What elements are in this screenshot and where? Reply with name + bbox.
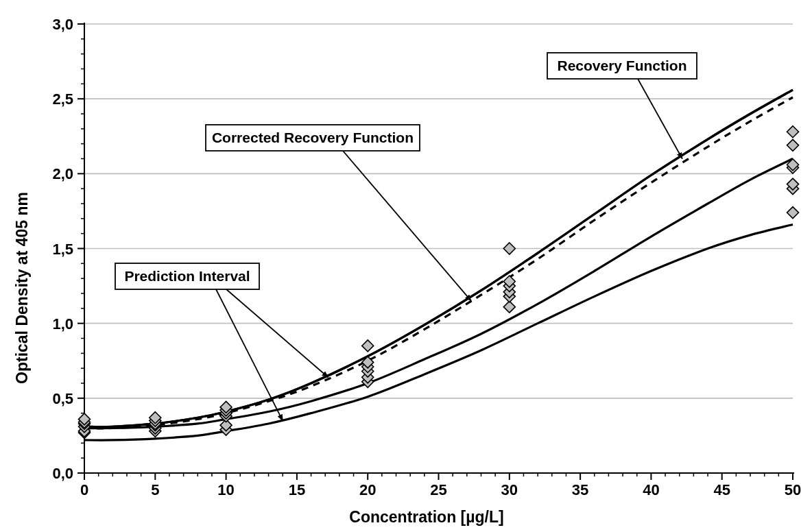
x-tick-label: 10 [217,481,234,498]
curve-prediction-interval-middle [84,159,793,428]
y-tick-label: 0,0 [52,465,73,482]
x-axis-title: Concentration [µg/L] [349,508,503,526]
y-tick-label: 0,5 [52,390,73,407]
curve-prediction-interval-lower [84,225,793,441]
chart-svg: 0,00,51,01,52,02,53,00510152025303540455… [0,0,812,532]
curve-prediction-interval-upper [84,90,793,427]
x-tick-label: 30 [501,481,518,498]
label-corrected-text: Corrected Recovery Function [212,130,414,145]
data-point [362,340,374,352]
x-tick-label: 15 [289,481,305,498]
x-tick-label: 35 [572,481,588,498]
data-point [787,139,799,151]
x-tick-label: 5 [151,481,159,498]
arrow-recovery [638,79,682,159]
y-tick-label: 2,0 [52,165,73,182]
label-recovery-text: Recovery Function [557,58,686,73]
x-tick-label: 45 [713,481,730,498]
data-point [787,207,799,219]
plot-area: 0,00,51,01,52,02,53,00510152025303540455… [52,16,801,498]
y-axis-title: Optical Density at 405 nm [13,192,31,384]
x-tick-label: 25 [430,481,446,498]
chart-container: 0,00,51,01,52,02,53,00510152025303540455… [0,0,812,532]
curve-recovery-function [84,90,793,427]
y-tick-label: 2,5 [52,90,73,108]
y-tick-label: 1,5 [52,241,73,258]
arrow-prediction-upper [226,289,328,377]
label-corrected: Corrected Recovery Function [206,125,420,151]
x-tick-label: 40 [643,481,659,498]
label-prediction-text: Prediction Interval [124,268,250,284]
label-recovery: Recovery Function [547,53,697,79]
y-tick-label: 3,0 [52,16,73,33]
x-tick-label: 50 [785,481,801,498]
y-tick-label: 1,0 [52,315,73,332]
label-prediction: Prediction Interval [115,263,259,289]
x-tick-label: 20 [359,481,376,498]
x-tick-label: 0 [80,481,88,498]
data-point [503,243,515,254]
data-point [787,126,799,138]
